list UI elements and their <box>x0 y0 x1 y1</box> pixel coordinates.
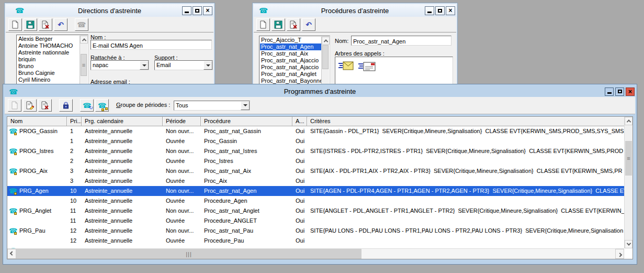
rattachee-value: napac <box>91 61 140 70</box>
phone-tree-icon: ☎ <box>98 102 106 109</box>
procedures-listbox[interactable]: Proc_Ajaccio_TProc_astr_nat_AgenProc_ast… <box>259 36 330 85</box>
column-header[interactable]: Nom <box>7 117 67 126</box>
column-header[interactable]: Prg. calendaire <box>82 117 163 126</box>
column-header[interactable]: Procédure <box>201 117 292 126</box>
scrollbar-thumb[interactable] <box>322 45 329 69</box>
table-row[interactable]: 11Astreinte_annuelleOuvréeProcedure_ANGL… <box>7 216 624 226</box>
support-dropdown-button[interactable] <box>204 61 212 70</box>
scroll-left-button[interactable] <box>7 249 16 259</box>
table-row[interactable]: ☎PROG_Istres2Astreinte_annuelleNon ouvr.… <box>7 146 624 156</box>
new-document-button[interactable] <box>8 18 22 31</box>
scroll-up-button[interactable] <box>625 117 632 125</box>
scrollbar-track[interactable] <box>361 249 615 259</box>
nom-input[interactable] <box>352 36 451 46</box>
list-item[interactable]: Astreinte nationnale <box>17 49 80 56</box>
lock-button[interactable] <box>59 99 73 112</box>
close-button[interactable]: × <box>446 6 455 15</box>
list-item[interactable]: Proc_astr_nat_Aix <box>260 50 321 57</box>
table-row[interactable]: ☎PRG_Pau12Astreinte_annuelleNon ouvr...P… <box>7 226 624 236</box>
programmes-titlebar[interactable]: ☎ Programmes d'astreinte × <box>5 86 635 97</box>
phone-refresh-button[interactable]: ☎↻ <box>80 99 94 112</box>
save-button[interactable] <box>24 18 37 31</box>
maximize-button[interactable] <box>193 6 202 15</box>
rattachee-combobox[interactable]: napac <box>91 60 149 70</box>
column-header[interactable]: A... <box>292 117 307 126</box>
scroll-up-button[interactable] <box>80 36 88 43</box>
table-body[interactable]: ☎PROG_Gassin1Astreinte_annuelleNon ouvr.… <box>7 126 624 248</box>
table-row[interactable]: 2Astreinte_annuelleOuvréeProc_IstresOui <box>7 156 624 166</box>
table-row[interactable]: 10Astreinte_annuelleOuvréeProcedure_Agen… <box>7 196 624 206</box>
list-item[interactable]: Proc_astr_nat_Ajaccio <box>260 57 321 64</box>
undo-button[interactable]: ↶ <box>302 18 315 31</box>
nom-field[interactable] <box>91 40 212 50</box>
maximize-button[interactable] <box>615 88 624 96</box>
scroll-down-button[interactable] <box>625 240 632 248</box>
dropdown-arrow-icon <box>142 64 146 67</box>
table-header[interactable]: NomPri...Prg. calendairePériodeProcédure… <box>7 117 624 126</box>
nom-field[interactable] <box>351 36 451 46</box>
maximize-button[interactable] <box>435 6 445 15</box>
groupe-periodes-dropdown-button[interactable] <box>241 101 250 110</box>
procedures-titlebar[interactable]: ☎ Procédures d'astreinte × <box>254 4 456 17</box>
undo-button[interactable]: ↶ <box>54 18 67 31</box>
scrollbar-thumb[interactable]: ≡ <box>625 141 632 176</box>
save-button[interactable] <box>272 18 285 31</box>
table-row[interactable]: 1Astreinte_annuelleOuvréeProc_GassinOui <box>7 136 624 146</box>
list-item[interactable]: briquin <box>17 56 80 63</box>
column-header[interactable]: Critères <box>307 117 624 126</box>
edit-record-button[interactable] <box>23 99 37 112</box>
table-horizontal-scrollbar[interactable]: ||| <box>7 248 624 259</box>
column-header[interactable]: Période <box>163 117 201 126</box>
directions-titlebar[interactable]: ☎ Directions d'astreinte × <box>6 4 213 17</box>
list-scrollbar[interactable] <box>321 37 329 85</box>
list-item[interactable]: Bruno Caignie <box>17 70 80 77</box>
list-item[interactable]: Bruno <box>17 63 80 70</box>
table-row[interactable]: 12Astreinte_annuelleOuvréeProcedure_PauO… <box>7 236 624 246</box>
scrollbar-thumb[interactable]: ≡ <box>81 54 87 76</box>
phone-icon: ☎ <box>9 88 18 95</box>
list-item[interactable]: Proc_astr_nat_Anglet <box>260 71 321 78</box>
scroll-up-button[interactable] <box>322 37 330 45</box>
list-item[interactable]: Proc_astr_nat_Agen <box>260 43 321 50</box>
table-vertical-scrollbar[interactable]: ≡ <box>624 117 632 248</box>
table-row[interactable]: ☎PRG_Anglet11Astreinte_annuelleNon ouvr.… <box>7 206 624 216</box>
close-button[interactable]: × <box>203 6 212 15</box>
minimize-button[interactable] <box>605 88 614 96</box>
list-item[interactable]: Proc_astr_nat_Ajaccio <box>260 64 321 71</box>
table-cell: Oui <box>292 176 307 186</box>
arbres-des-appels-panel[interactable] <box>335 57 453 85</box>
chevron-down-icon <box>626 241 630 245</box>
support-combobox[interactable]: Email <box>154 60 213 70</box>
table-row[interactable]: ☎PROG_Aix3Astreinte_annuelleNon ouvr...P… <box>7 166 624 176</box>
groupe-periodes-combobox[interactable]: Tous <box>174 101 250 111</box>
list-item[interactable]: Proc_Ajaccio_T <box>260 37 321 43</box>
table-row[interactable]: 3Astreinte_annuelleOuvréeProc_AixOui <box>7 176 624 186</box>
table-row[interactable]: ☎PRG_Agen10Astreinte_annuelleNon ouvr...… <box>7 186 624 196</box>
phone-tree-button[interactable]: ☎ <box>95 99 109 112</box>
scrollbar-thumb[interactable]: ||| <box>16 249 361 259</box>
list-item[interactable]: Cyril Mineiro <box>17 77 80 83</box>
minimize-button[interactable] <box>425 6 434 15</box>
minimize-button[interactable] <box>182 6 191 15</box>
new-document-button-disabled[interactable] <box>8 99 21 112</box>
table-cell: Non ouvr... <box>163 166 201 176</box>
nom-input[interactable] <box>91 40 211 50</box>
new-document-button[interactable] <box>256 18 270 31</box>
refresh-arrow-icon: ↻ <box>89 104 93 111</box>
list-scrollbar[interactable]: ≡ <box>80 36 87 85</box>
rattachee-dropdown-button[interactable] <box>140 61 149 70</box>
delete-record-button[interactable] <box>39 18 52 31</box>
delete-record-button[interactable] <box>287 18 300 31</box>
scroll-right-button[interactable] <box>615 249 624 259</box>
list-item[interactable]: Alexis Berger <box>17 36 80 42</box>
table-cell <box>7 196 67 206</box>
table-cell: Ouvrée <box>163 176 201 186</box>
table-row[interactable]: ☎PROG_Gassin1Astreinte_annuelleNon ouvr.… <box>7 126 624 136</box>
send-button-disabled[interactable]: ☎ <box>75 18 88 31</box>
delete-record-button[interactable] <box>38 99 52 112</box>
close-button[interactable]: × <box>626 88 635 96</box>
list-item[interactable]: Antoine THOMACHO <box>17 42 80 49</box>
table-cell <box>307 136 624 146</box>
directions-listbox[interactable]: Alexis BergerAntoine THOMACHOAstreinte n… <box>16 35 88 85</box>
column-header[interactable]: Pri... <box>67 117 82 126</box>
